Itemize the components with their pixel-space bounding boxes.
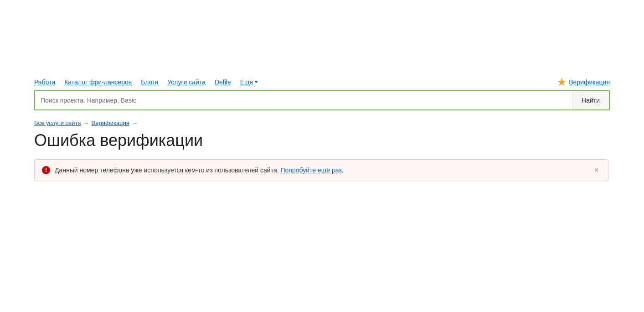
breadcrumb-all-services[interactable]: Все услуги сайта <box>34 120 81 126</box>
nav-services[interactable]: Услуги сайта <box>167 78 206 86</box>
nav-defile[interactable]: Defile <box>215 78 231 86</box>
breadcrumb-verification[interactable]: Верификация <box>92 120 129 126</box>
chevron-down-icon <box>254 81 258 83</box>
content-area: Все услуги сайта → Верификация → Ошибка … <box>0 120 644 181</box>
nav-more[interactable]: Ещё <box>240 78 258 86</box>
verification-badge-icon <box>557 78 566 87</box>
search-bar: Найти <box>0 90 644 110</box>
nav-work[interactable]: Работа <box>34 78 55 86</box>
navigation: Работа Каталог фри-лансеров Блоги Услуги… <box>0 78 644 87</box>
error-message: Данный номер телефона уже используется к… <box>55 166 344 174</box>
breadcrumb-arrow-1: → <box>83 120 89 126</box>
error-retry-link[interactable]: Попробуйте ещё раз <box>280 166 341 174</box>
search-input[interactable] <box>34 90 572 110</box>
page-title: Ошибка верификации <box>34 131 610 150</box>
search-button[interactable]: Найти <box>572 90 610 110</box>
error-box: ! Данный номер телефона уже используется… <box>34 159 608 181</box>
close-button[interactable]: × <box>592 166 601 174</box>
breadcrumb: Все услуги сайта → Верификация → <box>34 120 610 126</box>
error-content: ! Данный номер телефона уже используется… <box>42 166 344 174</box>
error-icon: ! <box>42 166 50 174</box>
breadcrumb-arrow-2: → <box>132 120 138 126</box>
nav-links: Работа Каталог фри-лансеров Блоги Услуги… <box>34 78 258 86</box>
nav-blogs[interactable]: Блоги <box>141 78 158 86</box>
nav-freelancers[interactable]: Каталог фри-лансеров <box>64 78 132 86</box>
nav-verification[interactable]: Верификация <box>557 78 610 87</box>
